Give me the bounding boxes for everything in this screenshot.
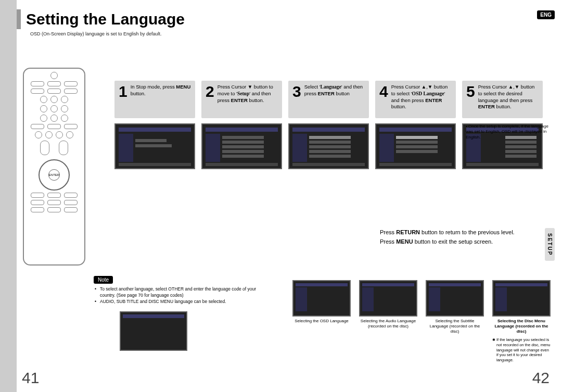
note-list: To select another language, select OTHER… <box>95 286 272 305</box>
remote-dpad: ENTER <box>39 159 70 191</box>
thumb-disc-menu-language: Selecting the Disc Menu Language (record… <box>492 280 551 363</box>
note-screenshot <box>120 311 187 351</box>
page-subtitle: OSD (On-Screen Display) language is set … <box>30 31 162 36</box>
step-number: 3 <box>292 84 301 113</box>
step-text: Select 'Language' and then press ENTER b… <box>304 84 365 113</box>
step-number: 2 <box>206 84 214 113</box>
info-line-menu: Press MENU button to exit the setup scre… <box>380 237 548 247</box>
step-number: 5 <box>466 84 475 113</box>
note-item: AUDIO, SUB TITLE and DISC MENU language … <box>95 299 272 305</box>
step-text: In Stop mode, press MENU button. <box>131 84 191 113</box>
step-2: 2 Press Cursor ▼ button to move to 'Setu… <box>201 81 282 169</box>
thumb-subtitle-language: Selecting the Subtitle Language (recorde… <box>426 280 484 363</box>
step-number: 1 <box>119 84 127 113</box>
disc-language-note: If the language you selected is not reco… <box>492 337 551 363</box>
page-title-bar: Setting the Language <box>17 9 547 29</box>
step-2-screenshot <box>201 123 282 169</box>
info-line-return: Press RETURN button to return to the pre… <box>380 228 548 237</box>
step-3-screenshot <box>288 123 369 169</box>
post-setup-note: Once the setup is complete, if the langu… <box>466 124 549 140</box>
step-1-screenshot <box>114 123 195 169</box>
step-number: 4 <box>379 84 388 113</box>
step-text: Press Cursor ▲,▼ button to select 'OSD L… <box>391 84 452 113</box>
language-badge: ENG <box>537 10 555 19</box>
remote-illustration: ENTER <box>23 68 85 265</box>
thumb-osd-language: Selecting the OSD Language <box>292 280 351 363</box>
step-4-screenshot <box>375 123 456 169</box>
step-3: 3 Select 'Language' and then press ENTER… <box>288 81 369 169</box>
note-badge: Note <box>94 276 113 284</box>
side-tab-setup: SETUP <box>545 228 555 261</box>
step-text: Press Cursor ▲,▼ button to select the de… <box>478 84 539 113</box>
step-4: 4 Press Cursor ▲,▼ button to select 'OSD… <box>375 81 456 169</box>
info-box: Press RETURN button to return to the pre… <box>380 228 548 246</box>
bottom-thumbnails: Selecting the OSD Language Selecting the… <box>292 280 551 363</box>
title-accent <box>17 9 21 29</box>
page-title: Setting the Language <box>26 10 185 28</box>
thumb-audio-language: Selecting the Audio Language (recorded o… <box>359 280 417 363</box>
page-number-left: 41 <box>22 369 39 387</box>
step-1: 1 In Stop mode, press MENU button. <box>114 81 195 169</box>
page-number-right: 42 <box>532 369 550 387</box>
note-item: To select another language, select OTHER… <box>95 286 272 299</box>
step-text: Press Cursor ▼ button to move to 'Setup'… <box>218 84 278 113</box>
